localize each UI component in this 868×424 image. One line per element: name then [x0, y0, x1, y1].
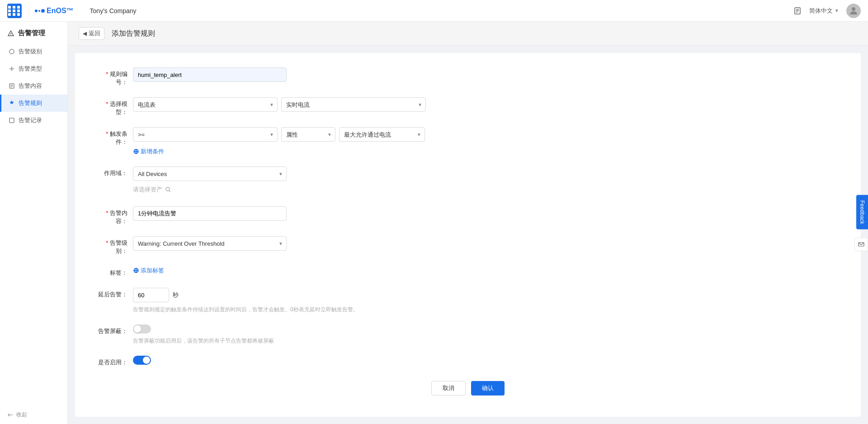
add-condition-plus-icon: ⊕	[133, 147, 139, 156]
alert-manage-icon	[7, 30, 14, 37]
mute-toggle[interactable]	[133, 324, 151, 333]
realtime-select-wrapper: 实时电流 ▼	[281, 97, 426, 112]
page-title: 添加告警规则	[112, 29, 155, 38]
trigger-label: 触发条件：	[97, 127, 133, 146]
model-select-wrapper: 电流表 ▼	[133, 97, 278, 112]
records-icon	[9, 117, 15, 124]
main-layout: 告警管理 告警级别 告警类型 告警内容 告警规则 告警记录 收起	[0, 22, 868, 424]
feedback-tab[interactable]: Feedback	[856, 195, 868, 229]
rule-code-label: 规则编号：	[97, 67, 133, 86]
enable-toggle-thumb	[143, 357, 150, 364]
alarm-level-row: 告警级别： Warning: Current Over Threshold ▼	[97, 236, 839, 255]
sidebar-title: 告警管理	[0, 22, 67, 43]
top-header: EnOS™ Tony's Company 简体中文 ▼	[0, 0, 868, 22]
alarm-level-select-wrapper: Warning: Current Over Threshold ▼	[133, 236, 287, 251]
mute-hint: 告警屏蔽功能启用后，该告警的所有子节点告警都将被屏蔽	[133, 337, 274, 345]
alarm-content-row: 告警内容：	[97, 206, 839, 225]
operator-select-wrapper: >= > <= < ▼	[133, 127, 278, 142]
sidebar-item-type[interactable]: 告警类型	[0, 60, 67, 77]
svg-point-7	[9, 49, 14, 54]
page-header: ◀ 返回 添加告警规则	[68, 22, 868, 46]
scope-select-wrapper: All Devices Selected Devices ▼	[133, 167, 287, 181]
logo-text: EnOS™	[47, 7, 74, 15]
feedback-email-button[interactable]	[854, 238, 868, 251]
delay-label: 延后告警：	[97, 288, 133, 299]
sidebar-collapse-button[interactable]: 收起	[0, 405, 67, 424]
header-right: 简体中文 ▼	[793, 4, 861, 18]
logo-area: EnOS™ Tony's Company	[7, 4, 137, 18]
tag-label: 标签：	[97, 266, 133, 277]
sidebar-item-level[interactable]: 告警级别	[0, 43, 67, 60]
sidebar-item-records[interactable]: 告警记录	[0, 112, 67, 129]
svg-rect-12	[9, 118, 14, 123]
confirm-button[interactable]: 确认	[471, 381, 505, 395]
email-icon	[858, 241, 865, 248]
asset-picker[interactable]: 请选择资产	[133, 184, 287, 195]
type-icon	[9, 66, 15, 72]
user-avatar[interactable]	[846, 4, 861, 18]
operator-select[interactable]: >= > <= <	[133, 127, 278, 142]
alarm-level-select[interactable]: Warning: Current Over Threshold	[133, 236, 287, 251]
brand-logo: EnOS™	[29, 7, 79, 15]
sidebar-item-content[interactable]: 告警内容	[0, 77, 67, 95]
svg-point-4	[852, 7, 855, 11]
sidebar-item-rules[interactable]: 告警规则	[0, 95, 67, 112]
model-label: 选择模型：	[97, 97, 133, 116]
collapse-icon	[7, 412, 14, 418]
add-tag-button[interactable]: ⊕ 添加标签	[133, 266, 164, 275]
rule-code-input[interactable]	[133, 67, 287, 82]
search-icon	[165, 186, 171, 193]
delay-inputs: 秒	[133, 288, 359, 302]
form-content: 规则编号： 选择模型： 电流表 ▼ 实时电流	[75, 53, 861, 417]
model-row: 选择模型： 电流表 ▼ 实时电流 ▼	[97, 97, 839, 116]
trigger-inputs: >= > <= < ▼ 属性 ▼	[133, 127, 425, 142]
attr-value-select[interactable]: 最大允许通过电流	[339, 127, 425, 142]
attr-type-select-wrapper: 属性 ▼	[281, 127, 335, 142]
alarm-content-label: 告警内容：	[97, 206, 133, 225]
model-selects: 电流表 ▼ 实时电流 ▼	[133, 97, 426, 112]
back-button[interactable]: ◀ 返回	[79, 27, 104, 40]
add-tag-icon: ⊕	[133, 266, 139, 275]
enable-label: 是否启用：	[97, 356, 133, 367]
attr-value-select-wrapper: 最大允许通过电流 ▼	[339, 127, 425, 142]
back-arrow-icon: ◀	[83, 30, 87, 37]
alarm-level-label: 告警级别：	[97, 236, 133, 255]
realtime-select[interactable]: 实时电流	[281, 97, 426, 112]
svg-point-6	[11, 35, 11, 35]
rules-icon	[9, 100, 15, 106]
docs-icon[interactable]	[793, 6, 802, 15]
mute-toggle-thumb	[134, 325, 141, 333]
alarm-content-input[interactable]	[133, 206, 287, 221]
company-name: Tony's Company	[90, 7, 137, 14]
form-actions: 取消 确认	[97, 381, 839, 406]
scope-inputs: All Devices Selected Devices ▼ 请选择资产	[133, 167, 287, 195]
svg-point-13	[166, 187, 170, 191]
delay-input[interactable]	[133, 288, 169, 302]
sidebar: 告警管理 告警级别 告警类型 告警内容 告警规则 告警记录 收起	[0, 22, 68, 424]
mute-label: 告警屏蔽：	[97, 324, 133, 335]
trigger-row: 触发条件： >= > <= < ▼	[97, 127, 839, 156]
scope-label: 作用域：	[97, 167, 133, 177]
level-icon	[9, 48, 15, 55]
content-icon	[9, 83, 15, 89]
tag-row: 标签： ⊕ 添加标签	[97, 266, 839, 277]
content-area: ◀ 返回 添加告警规则 规则编号： 选择模型： 电流表 ▼	[68, 22, 868, 424]
delay-hint: 告警规则规定的触发条件持续达到设置的时间后，告警才会触发。0秒表无延时立即触发告…	[133, 306, 359, 314]
delay-row: 延后告警： 秒 告警规则规定的触发条件持续达到设置的时间后，告警才会触发。0秒表…	[97, 288, 839, 314]
logo-dots	[35, 9, 45, 13]
rule-code-row: 规则编号：	[97, 67, 839, 86]
apps-menu-button[interactable]	[7, 4, 22, 18]
add-condition-button[interactable]: ⊕ 新增条件	[133, 147, 425, 156]
lang-dropdown-icon: ▼	[835, 8, 839, 13]
scope-select[interactable]: All Devices Selected Devices	[133, 167, 287, 181]
scope-row: 作用域： All Devices Selected Devices ▼ 请选择资…	[97, 167, 839, 195]
enable-row: 是否启用：	[97, 356, 839, 367]
model-select[interactable]: 电流表	[133, 97, 278, 112]
attr-type-select[interactable]: 属性	[281, 127, 335, 142]
enable-toggle[interactable]	[133, 356, 151, 365]
delay-unit: 秒	[173, 291, 179, 299]
language-selector[interactable]: 简体中文 ▼	[809, 7, 839, 15]
cancel-button[interactable]: 取消	[431, 381, 466, 395]
svg-line-14	[170, 191, 171, 192]
mute-row: 告警屏蔽： 告警屏蔽功能启用后，该告警的所有子节点告警都将被屏蔽	[97, 324, 839, 345]
